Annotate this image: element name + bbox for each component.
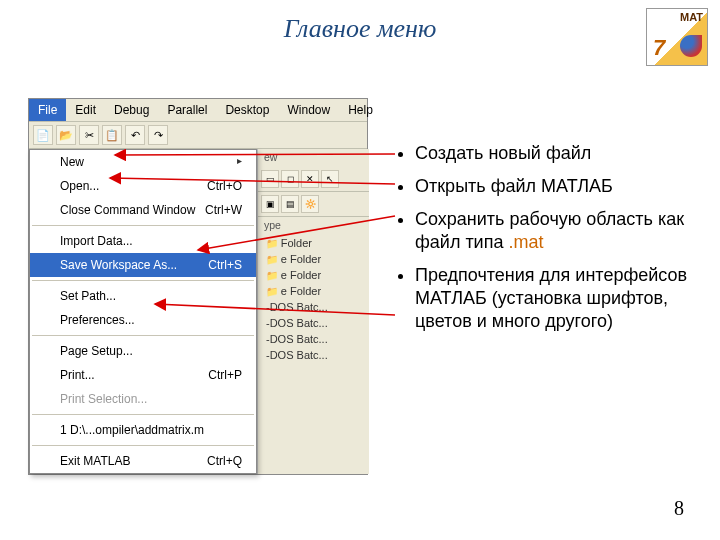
slide-title: Главное меню [0, 0, 720, 44]
bg-row: e Folder [258, 267, 369, 283]
bg-row: -DOS Batc... [258, 347, 369, 363]
logo-version: 7 [653, 35, 665, 61]
menu-window[interactable]: Window [278, 99, 339, 121]
bg-tab-new: ew [258, 149, 369, 167]
menu-item-shortcut: Ctrl+W [205, 203, 242, 217]
menu-item-shortcut: Ctrl+Q [207, 454, 242, 468]
logo-brand: MAT [680, 11, 703, 23]
bg-tool-icon: ✕ [301, 170, 319, 188]
menu-file[interactable]: File [29, 99, 66, 121]
menu-item-print-selection: Print Selection... [30, 387, 256, 411]
menubar: File Edit Debug Parallel Desktop Window … [29, 99, 367, 122]
menu-debug[interactable]: Debug [105, 99, 158, 121]
menu-separator [32, 414, 254, 415]
menu-item-label: New [60, 155, 84, 169]
bullet-text: Сохранить рабочую область как файл типа [415, 209, 684, 252]
matlab-logo: MAT 7 [646, 8, 708, 66]
menu-separator [32, 445, 254, 446]
bg-row: e Folder [258, 283, 369, 299]
menu-edit[interactable]: Edit [66, 99, 105, 121]
bullet-new: Создать новый файл [415, 142, 695, 165]
explanation-list: Создать новый файл Открыть файл МАТЛАБ С… [395, 142, 695, 343]
menu-item-recent-file[interactable]: 1 D:\...ompiler\addmatrix.m [30, 418, 256, 442]
menu-item-label: Preferences... [60, 313, 135, 327]
menu-item-close-cmd[interactable]: Close Command Window Ctrl+W [30, 198, 256, 222]
menu-item-label: Set Path... [60, 289, 116, 303]
menu-item-shortcut: Ctrl+O [207, 179, 242, 193]
menu-separator [32, 280, 254, 281]
menu-desktop[interactable]: Desktop [216, 99, 278, 121]
background-panel: ew ▭ ◻ ✕ ↖ ▣ ▤ 🔆 ype Folder e Folder e F… [257, 149, 369, 474]
bg-row: Folder [258, 235, 369, 251]
menu-item-label: Print Selection... [60, 392, 147, 406]
redo-icon[interactable]: ↷ [148, 125, 168, 145]
menu-item-label: 1 D:\...ompiler\addmatrix.m [60, 423, 204, 437]
menu-item-preferences[interactable]: Preferences... [30, 308, 256, 332]
menu-separator [32, 335, 254, 336]
menu-help[interactable]: Help [339, 99, 382, 121]
undo-icon[interactable]: ↶ [125, 125, 145, 145]
menu-item-shortcut: Ctrl+S [208, 258, 242, 272]
bg-row: -DOS Batc... [258, 315, 369, 331]
new-file-icon[interactable]: 📄 [33, 125, 53, 145]
bullet-prefs: Предпочтения для интерфейсов МАТЛАБ (уст… [415, 264, 695, 333]
menu-item-label: Close Command Window [60, 203, 195, 217]
menu-parallel[interactable]: Parallel [158, 99, 216, 121]
menu-item-label: Print... [60, 368, 95, 382]
matlab-window: File Edit Debug Parallel Desktop Window … [28, 98, 368, 475]
cut-icon[interactable]: ✂ [79, 125, 99, 145]
toolbar: 📄 📂 ✂ 📋 ↶ ↷ [29, 122, 367, 149]
menu-item-new[interactable]: New [30, 150, 256, 174]
bullet-save: Сохранить рабочую область как файл типа … [415, 208, 695, 254]
mat-extension: .mat [508, 232, 543, 252]
bg-tool-icon: ↖ [321, 170, 339, 188]
menu-item-label: Import Data... [60, 234, 133, 248]
menu-item-exit[interactable]: Exit MATLAB Ctrl+Q [30, 449, 256, 473]
menu-item-save-workspace[interactable]: Save Workspace As... Ctrl+S [30, 253, 256, 277]
menu-item-import[interactable]: Import Data... [30, 229, 256, 253]
menu-item-label: Exit MATLAB [60, 454, 130, 468]
bg-tool-icon: ▭ [261, 170, 279, 188]
menu-item-shortcut: Ctrl+P [208, 368, 242, 382]
bg-tool-icon: ◻ [281, 170, 299, 188]
bg-toolstrip: ▭ ◻ ✕ ↖ [258, 167, 369, 192]
menu-item-label: Open... [60, 179, 99, 193]
bg-type-header: ype [258, 217, 369, 235]
bg-toolstrip2: ▣ ▤ 🔆 [258, 192, 369, 217]
bullet-open: Открыть файл МАТЛАБ [415, 175, 695, 198]
bg-row: -DOS Batc... [258, 331, 369, 347]
menu-item-open[interactable]: Open... Ctrl+O [30, 174, 256, 198]
file-menu-dropdown: New Open... Ctrl+O Close Command Window … [29, 149, 257, 474]
bg-row: -DOS Batc... [258, 299, 369, 315]
menu-item-page-setup[interactable]: Page Setup... [30, 339, 256, 363]
bg-row: e Folder [258, 251, 369, 267]
bg-tool-icon: ▤ [281, 195, 299, 213]
logo-swoosh-icon [680, 35, 702, 57]
menu-item-print[interactable]: Print... Ctrl+P [30, 363, 256, 387]
page-number: 8 [674, 497, 684, 520]
menu-item-set-path[interactable]: Set Path... [30, 284, 256, 308]
bg-tool-icon: 🔆 [301, 195, 319, 213]
bg-tool-icon: ▣ [261, 195, 279, 213]
paste-icon[interactable]: 📋 [102, 125, 122, 145]
menu-item-label: Page Setup... [60, 344, 133, 358]
open-file-icon[interactable]: 📂 [56, 125, 76, 145]
menu-item-label: Save Workspace As... [60, 258, 177, 272]
menu-separator [32, 225, 254, 226]
